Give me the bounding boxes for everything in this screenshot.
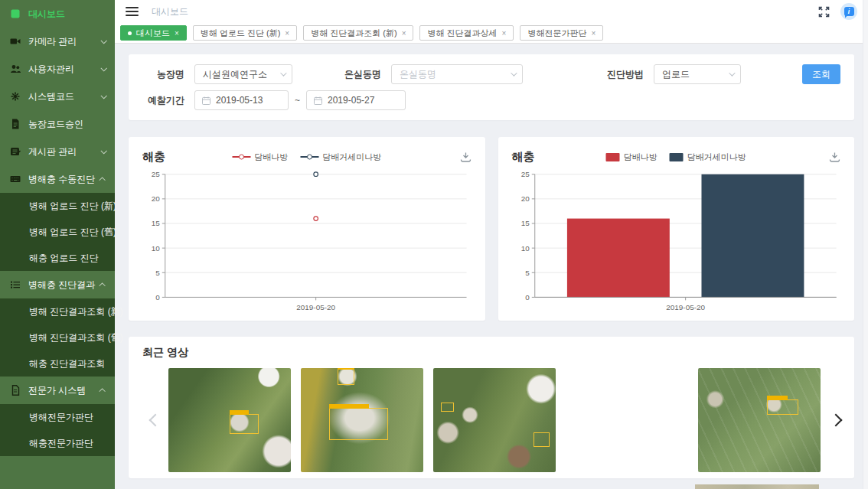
sidebar-item-expert-system[interactable]: 전문가 시스템 — [0, 377, 115, 404]
svg-text:2019-05-20: 2019-05-20 — [666, 303, 705, 311]
sidebar-item-label: 사용자관리 — [28, 63, 101, 76]
chat-bubble-icon: i — [844, 7, 854, 16]
legend-item[interactable]: 담배나방 — [232, 152, 288, 163]
photo-strip — [168, 368, 821, 472]
sidebar-item-dashboard[interactable]: 대시보드 — [0, 0, 115, 28]
farm-name-value: 시설원예연구소 — [203, 68, 267, 81]
pest-bar-chart: 05101520252019-05-20 — [512, 168, 841, 318]
search-button[interactable]: 조회 — [802, 64, 840, 84]
sidebar-item-label: 시스템코드 — [28, 90, 101, 103]
farm-name-label: 농장명 — [142, 68, 184, 81]
close-icon[interactable]: × — [502, 29, 507, 37]
chevron-down-icon — [280, 70, 286, 76]
detection-label — [329, 404, 369, 409]
tab-label: 병해 진단결과상세 — [427, 28, 497, 39]
recent-image[interactable] — [301, 368, 423, 472]
recent-image[interactable] — [168, 368, 291, 472]
svg-text:15: 15 — [520, 219, 530, 227]
greenhouse-label: 온실동명 — [335, 68, 381, 81]
legend-item[interactable]: 담배거세미나방 — [300, 152, 381, 163]
detection-box — [338, 369, 354, 384]
legend-item[interactable]: 담배거세미나방 — [670, 152, 746, 163]
line-marker-icon — [300, 156, 318, 158]
range-separator: ~ — [295, 95, 300, 106]
sidebar-item-label: 대시보드 — [28, 8, 106, 21]
tab-disease-results-new[interactable]: 병해 진단결과조회 (新) × — [303, 25, 413, 41]
sidebar-item-manual-diagnosis[interactable]: 병해충 수동진단 — [0, 165, 115, 193]
line-marker-icon — [232, 156, 250, 158]
scrollbar[interactable] — [863, 0, 868, 489]
svg-text:5: 5 — [155, 269, 160, 277]
svg-text:25: 25 — [152, 170, 161, 178]
legend-label: 담배나방 — [254, 152, 288, 163]
sidebar-subitem-pest-expert[interactable]: 해충전문가판단 — [0, 430, 115, 456]
detection-label — [767, 396, 788, 400]
greenhouse-select[interactable]: 온실동명 — [391, 64, 523, 84]
chevron-down-icon — [511, 70, 517, 76]
close-icon[interactable]: × — [402, 29, 406, 37]
sidebar-subitem-pest-results[interactable]: 해충 진단결과조회 — [0, 350, 115, 377]
period-label: 예찰기간 — [142, 94, 184, 107]
date-to-input[interactable]: 2019-05-27 — [306, 90, 406, 110]
detection-box — [441, 403, 455, 412]
user-message-badge[interactable]: i — [840, 3, 857, 20]
sidebar-subitem-pest-upload[interactable]: 해충 업로드 진단 — [0, 245, 115, 271]
tab-label: 대시보드 — [136, 28, 170, 39]
sidebar-item-camera[interactable]: 카메라 관리 — [0, 28, 115, 55]
close-icon[interactable]: × — [591, 29, 596, 37]
pest-line-chart: 05101520252019-05-20 — [142, 168, 472, 318]
topbar-actions: i — [817, 3, 857, 20]
sidebar-subitem-disease-expert[interactable]: 병해전문가판단 — [0, 404, 115, 430]
sidebar-item-bulletin[interactable]: 게시판 관리 — [0, 138, 115, 165]
fullscreen-icon[interactable] — [817, 5, 830, 18]
swatch-icon — [606, 153, 620, 161]
tab-disease-upload-new[interactable]: 병해 업로드 진단 (新) × — [193, 25, 297, 41]
sidebar-item-users[interactable]: 사용자관리 — [0, 55, 115, 83]
tab-diagnosis-detail[interactable]: 병해 진단결과상세 × — [419, 25, 514, 41]
legend-label: 담배거세미나방 — [322, 152, 381, 163]
svg-text:0: 0 — [155, 293, 160, 302]
recent-image[interactable] — [566, 368, 688, 472]
menu-toggle-icon[interactable] — [126, 5, 139, 18]
sidebar-item-diagnosis-results[interactable]: 병해충 진단결과 — [0, 271, 115, 298]
date-to-value: 2019-05-27 — [328, 95, 374, 106]
detection-box — [230, 414, 259, 434]
sidebar-subitem-disease-upload-new[interactable]: 병해 업로드 진단 (新) — [0, 193, 115, 219]
keyboard-icon — [9, 174, 21, 184]
sidebar-item-farm-code[interactable]: 농장코드승인 — [0, 110, 115, 138]
method-select[interactable]: 업로드 — [654, 64, 741, 84]
close-icon[interactable]: × — [285, 29, 289, 37]
carousel-next-icon[interactable] — [821, 368, 851, 472]
sidebar-subitem-disease-upload-old[interactable]: 병해 업로드 진단 (舊) — [0, 219, 115, 245]
close-icon[interactable]: × — [175, 29, 179, 37]
sidebar-item-label: 카메라 관리 — [28, 35, 101, 48]
chevron-down-icon — [100, 65, 106, 71]
swatch-icon — [670, 153, 684, 161]
topbar: 대시보드 i — [115, 0, 868, 23]
tab-disease-expert[interactable]: 병해전문가판단 × — [520, 25, 603, 41]
farm-name-select[interactable]: 시설원예연구소 — [194, 64, 292, 84]
download-icon[interactable] — [460, 152, 472, 163]
filter-panel: 농장명 시설원예연구소 온실동명 온실동명 진단방법 업로드 조회 예찰기간 2… — [129, 54, 854, 120]
recent-videos-title: 최근 영상 — [142, 346, 840, 360]
svg-text:10: 10 — [520, 244, 530, 253]
date-from-input[interactable]: 2019-05-13 — [194, 90, 289, 110]
tab-label: 병해 진단결과조회 (新) — [311, 28, 396, 39]
detection-label — [338, 368, 354, 370]
chevron-down-icon — [100, 93, 106, 99]
sidebar-subitem-disease-results-old[interactable]: 병해 진단결과조회 (舊) — [0, 324, 115, 350]
detection-box — [767, 399, 799, 415]
legend-item[interactable]: 담배나방 — [606, 152, 658, 163]
active-dot-icon — [128, 31, 132, 35]
legend-label: 담배거세미나방 — [687, 152, 746, 163]
svg-text:5: 5 — [525, 269, 530, 277]
download-icon[interactable] — [829, 152, 840, 163]
sidebar-subitem-disease-results-new[interactable]: 병해 진단결과조회 (新) — [0, 298, 115, 324]
sidebar-item-system-code[interactable]: 시스템코드 — [0, 83, 115, 110]
detection-box — [329, 408, 388, 440]
tab-dashboard[interactable]: 대시보드 × — [120, 25, 187, 41]
carousel-prev-icon[interactable] — [142, 368, 168, 472]
recent-image[interactable] — [698, 368, 821, 472]
tab-label: 병해 업로드 진단 (新) — [201, 28, 281, 39]
recent-image[interactable] — [433, 368, 556, 472]
